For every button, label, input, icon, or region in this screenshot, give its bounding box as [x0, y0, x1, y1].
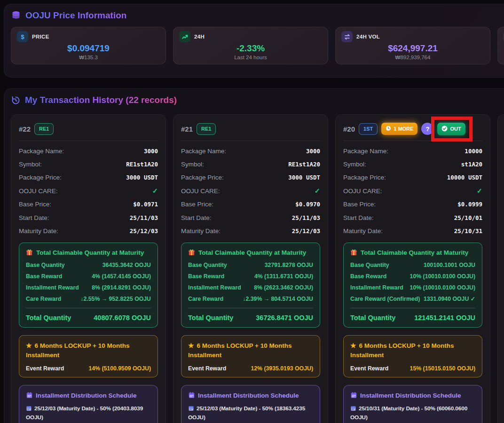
lockup-box: ★6 Months LOCKUP + 10 Months Installment… — [19, 335, 158, 377]
detail-label: Symbol: — [181, 161, 204, 168]
claimable-box: Total Claimable Quantity at MaturityBase… — [181, 243, 320, 328]
claimable-row-label: Base Reward — [26, 273, 62, 280]
detail-value: 25/12/03 — [130, 227, 158, 235]
claimable-row: Base Quantity100100.1001 OOJU — [350, 262, 475, 268]
history-section: My Transaction History (22 records) #22R… — [4, 88, 504, 423]
event-reward-value: 14% (5100.9509 OOJU) — [88, 365, 151, 372]
claimable-divider — [26, 308, 151, 308]
tx-card-22: #22RE1Package Name:3000Symbol:RE1st1A20P… — [11, 114, 166, 423]
claimable-row: Care Reward↓2.55% → 952.8225 OOJU — [26, 296, 151, 302]
detail-row: Package Name:3000 — [19, 144, 158, 157]
claimable-row-label: Care Reward (Confirmed) — [350, 296, 420, 302]
claimable-total-label: Total Quantity — [350, 314, 395, 321]
schedule-item: 25/12/03 (Maturity Date) - 50% (18363.42… — [188, 404, 313, 422]
price-section: OOJU Price Information $PRICE$0.094719₩1… — [4, 4, 504, 78]
claimable-total-label: Total Quantity — [26, 314, 71, 321]
schedule-box: Installment Distribution Schedule25/10/3… — [343, 385, 482, 423]
detail-label: Package Price: — [181, 174, 224, 181]
detail-label: Base Price: — [181, 201, 213, 208]
detail-label: Symbol: — [19, 161, 42, 168]
claimable-title-text: Total Claimable Quantity at Maturity — [36, 249, 144, 256]
detail-label: Package Price: — [343, 174, 386, 181]
detail-row: Base Price:$0.0971 — [19, 198, 158, 211]
claimable-total-label: Total Quantity — [188, 314, 233, 321]
badge-re1: RE1 — [34, 123, 54, 135]
calendar-icon — [188, 392, 195, 400]
claimable-title-text: Total Claimable Quantity at Maturity — [361, 249, 468, 256]
detail-value: RE1st1A20 — [126, 161, 158, 168]
price-card-value: $0.094719 — [17, 43, 160, 54]
claimable-row-label: Base Reward — [350, 273, 386, 280]
claimable-divider — [350, 308, 475, 308]
badge-1-more[interactable]: 1 MORE — [381, 123, 417, 135]
claimable-row-value: 36435.3642 OOJU — [102, 262, 151, 268]
claimable-title: Total Claimable Quantity at Maturity — [26, 249, 151, 257]
tx-card-id: #20 — [343, 125, 355, 133]
schedule-title: Installment Distribution Schedule — [188, 392, 313, 400]
event-reward-value: 15% (15015.0150 OOJU) — [410, 365, 475, 372]
tx-card-21: #21RE1Package Name:3000Symbol:RE1st1A20P… — [173, 114, 328, 423]
tx-card-header: #21RE1 — [181, 122, 320, 135]
claimable-row-label: Care Reward — [26, 296, 61, 302]
price-card-header: $PRICE — [17, 31, 160, 42]
detail-value: 10000 USDT — [447, 174, 482, 181]
claimable-row-label: Installment Reward — [350, 284, 403, 291]
detail-row: Base Price:$0.0999 — [343, 198, 482, 211]
detail-label: Start Date: — [19, 214, 49, 221]
calendar-icon — [26, 392, 33, 400]
detail-row: OOJU CARE:✓ — [343, 184, 482, 197]
detail-label: Maturity Date: — [343, 227, 383, 235]
claimable-row-label: Base Quantity — [26, 262, 65, 268]
claimable-row-label: Base Quantity — [188, 262, 227, 268]
lockup-title: ★6 Months LOCKUP + 10 Months Installment — [350, 341, 475, 360]
price-card-subvalue: ₩892,939,764 — [341, 55, 484, 60]
detail-row: Start Date:25/11/03 — [19, 211, 158, 224]
tx-card-header: #22RE1 — [19, 122, 158, 135]
event-reward-label: Event Reward — [188, 365, 226, 372]
clock-icon — [386, 125, 391, 132]
detail-value: 3000 USDT — [288, 174, 320, 181]
claimable-row-value: 32791.8278 OOJU — [265, 262, 313, 268]
detail-label: OOJU CARE: — [19, 188, 58, 195]
schedule-title-text: Installment Distribution Schedule — [360, 392, 461, 399]
price-section-title-text: OOJU Price Information — [25, 10, 126, 21]
chart-icon — [179, 31, 190, 42]
event-reward-label: Event Reward — [26, 365, 64, 372]
claimable-row-label: Base Quantity — [350, 262, 389, 268]
claimable-row: Care Reward↓2.39% → 804.5714 OOJU — [188, 296, 313, 302]
detail-value: st1A20 — [461, 161, 482, 168]
detail-label: Package Price: — [19, 174, 62, 181]
detail-row: Maturity Date:25/12/03 — [181, 224, 320, 237]
detail-value: 10000 — [465, 148, 482, 155]
detail-value: 3000 — [144, 148, 158, 155]
detail-row: Symbol:st1A20 — [343, 157, 482, 171]
detail-label: Start Date: — [343, 214, 374, 221]
schedule-title: Installment Distribution Schedule — [350, 392, 475, 400]
claimable-total-row: Total Quantity121451.2141 OOJU — [350, 314, 475, 321]
history-section-title-text: My Transaction History (22 records) — [25, 95, 177, 105]
claimable-row: Base Quantity32791.8278 OOJU — [188, 262, 313, 268]
claimable-title: Total Claimable Quantity at Maturity — [188, 249, 313, 257]
claimable-divider — [188, 308, 313, 308]
badge-label: ? — [425, 126, 429, 132]
schedule-box: Installment Distribution Schedule25/12/0… — [19, 385, 158, 423]
claimable-box: Total Claimable Quantity at MaturityBase… — [343, 243, 482, 328]
gift-icon — [188, 249, 195, 257]
event-reward-row: Event Reward12% (3935.0193 OOJU) — [188, 365, 313, 372]
claimable-row-value: 100100.1001 OOJU — [424, 262, 475, 268]
claimable-row: Base Quantity36435.3642 OOJU — [26, 262, 151, 268]
claimable-row-value: 8% (2623.3462 OOJU) — [254, 284, 313, 291]
schedule-item-text: 25/12/03 (Maturity Date) - 50% (20403.80… — [26, 405, 143, 421]
lockup-title-text: 6 Months LOCKUP + 10 Months Installment — [188, 342, 291, 359]
claimable-total-row: Total Quantity40807.6078 OOJU — [26, 314, 151, 321]
lockup-title: ★6 Months LOCKUP + 10 Months Installment — [26, 341, 151, 360]
price-card-vol-24h: 24H VOL$624,997.21₩892,939,764 — [335, 27, 490, 64]
claimable-row-label: Installment Reward — [26, 284, 79, 291]
lockup-box: ★6 Months LOCKUP + 10 Months Installment… — [343, 335, 482, 377]
claimable-total-value: 36726.8471 OOJU — [256, 314, 313, 321]
claimable-row: Installment Reward8% (2623.3462 OOJU) — [188, 284, 313, 291]
claimable-row: Installment Reward10% (10010.0100 OOJU) — [350, 284, 475, 291]
gift-icon — [26, 249, 33, 257]
badge-label: 1ST — [363, 126, 373, 132]
detail-value: 25/11/03 — [130, 214, 158, 221]
